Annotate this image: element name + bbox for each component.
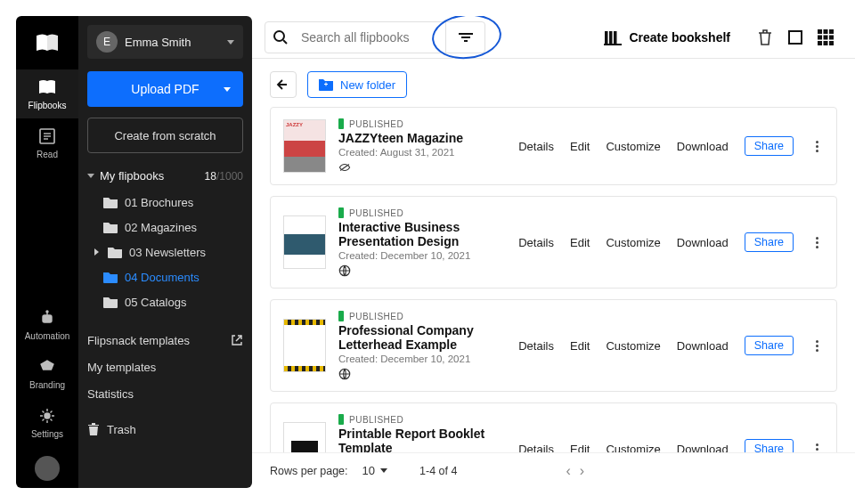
link-trash[interactable]: Trash [87,416,243,443]
pagination: Rows per page: 10 1-4 of 4 ‹ › [252,452,855,488]
share-button[interactable]: Share [745,439,794,452]
rail-automation[interactable]: Automation [16,300,78,349]
action-download[interactable]: Download [677,339,729,353]
action-customize[interactable]: Customize [606,236,660,249]
flipbook-thumbnail[interactable] [283,319,326,372]
folder-item[interactable]: 05 Catalogs [87,289,243,314]
svg-rect-26 [818,35,822,39]
action-download[interactable]: Download [677,140,729,153]
rail-label: Settings [31,429,63,439]
upload-pdf-button[interactable]: Upload PDF [87,71,243,107]
folder-item[interactable]: 03 Newsletters [87,240,243,264]
back-button[interactable] [270,71,297,98]
more-menu-button[interactable] [810,443,824,453]
folder-label: 01 Brochures [125,196,193,209]
action-edit[interactable]: Edit [570,236,590,249]
flipbook-row: PUBLISHED Printable Report Booklet Templ… [270,402,837,452]
link-statistics[interactable]: Statistics [87,380,243,407]
action-edit[interactable]: Edit [570,443,590,453]
flipbook-count: 18/1000 [205,170,243,183]
folder-item[interactable]: 01 Brochures [87,190,243,215]
share-button[interactable]: Share [745,336,794,355]
share-button[interactable]: Share [745,232,794,252]
link-label: My templates [87,361,156,374]
action-customize[interactable]: Customize [606,140,660,153]
sidebar: E Emma Smith Upload PDF Create from scra… [78,16,252,488]
create-bookshelf-button[interactable]: Create bookshelf [604,29,730,45]
tree-header[interactable]: My flipbooks 18/1000 [87,169,243,183]
rail-avatar[interactable] [35,456,60,481]
action-details[interactable]: Details [518,236,554,249]
flipbook-row: PUBLISHED Professional Company Letterhea… [270,299,837,392]
svg-rect-33 [326,83,327,86]
folder-item-active[interactable]: 04 Documents [87,264,243,289]
delete-button[interactable] [753,26,777,49]
view-grid-button[interactable] [814,26,837,49]
link-my-templates[interactable]: My templates [87,354,243,380]
rail-branding[interactable]: Branding [16,349,78,398]
svg-rect-18 [605,31,608,44]
svg-rect-23 [818,29,822,34]
folder-icon [103,222,118,233]
rail-flipbooks[interactable]: Flipbooks [16,69,78,118]
create-scratch-button[interactable]: Create from scratch [87,118,243,153]
folder-icon [103,272,118,283]
action-customize[interactable]: Customize [606,443,660,453]
more-menu-button[interactable] [810,237,824,248]
link-label: Statistics [87,387,134,401]
trash-icon [757,28,773,46]
view-single-button[interactable] [784,26,807,49]
chevron-down-icon [227,40,234,45]
svg-point-13 [274,31,284,41]
chevron-down-icon [224,87,231,92]
action-details[interactable]: Details [518,443,554,453]
search-input[interactable] [296,30,445,45]
svg-rect-30 [824,41,828,45]
folder-item[interactable]: 02 Magazines [87,215,243,240]
flipbook-thumbnail[interactable] [283,422,326,452]
svg-rect-31 [829,41,834,45]
action-details[interactable]: Details [518,140,554,153]
action-download[interactable]: Download [677,443,729,453]
row-actions: Details Edit Customize Download Share [518,336,824,355]
folder-tree: 01 Brochures 02 Magazines 03 Newsletters… [87,190,243,314]
flipbook-created: Created: December 10, 2021 [338,354,506,364]
action-customize[interactable]: Customize [606,339,660,353]
action-edit[interactable]: Edit [570,339,590,353]
more-menu-button[interactable] [810,141,824,152]
settings-icon [37,406,57,426]
flipbook-thumbnail[interactable]: JAZZY [283,119,326,173]
external-link-icon [231,334,243,346]
link-label: Flipsnack templates [87,334,190,347]
tree-title: My flipbooks [100,169,164,183]
new-folder-button[interactable]: New folder [307,71,407,98]
action-download[interactable]: Download [677,236,729,249]
action-details[interactable]: Details [518,339,554,353]
folder-label: 04 Documents [125,271,200,284]
page-next-button[interactable]: › [580,463,584,479]
status-badge: PUBLISHED [338,311,506,321]
page-prev-button[interactable]: ‹ [566,463,570,479]
svg-point-6 [46,311,48,313]
user-menu[interactable]: E Emma Smith [87,25,243,59]
rail-label: Automation [25,331,70,341]
main-content: Create bookshelf New folder [252,16,855,488]
folder-toolbar: New folder [252,59,855,107]
search-icon [265,29,296,45]
folder-label: 03 Newsletters [129,246,206,259]
link-flipsnack-templates[interactable]: Flipsnack templates [87,327,243,354]
row-actions: Details Edit Customize Download Share [518,439,824,452]
status-badge: PUBLISHED [338,414,506,425]
rail-read[interactable]: Read [16,118,78,167]
flipbook-thumbnail[interactable] [283,215,326,269]
action-edit[interactable]: Edit [570,140,590,153]
rail-label: Branding [29,380,65,390]
svg-point-8 [48,318,50,320]
share-button[interactable]: Share [745,136,794,156]
rpp-select[interactable]: 10 [362,464,387,477]
chevron-right-icon [94,248,99,256]
more-menu-button[interactable] [810,340,824,352]
filter-button[interactable] [445,21,484,53]
status-badge: PUBLISHED [338,118,506,129]
rail-settings[interactable]: Settings [16,398,78,447]
